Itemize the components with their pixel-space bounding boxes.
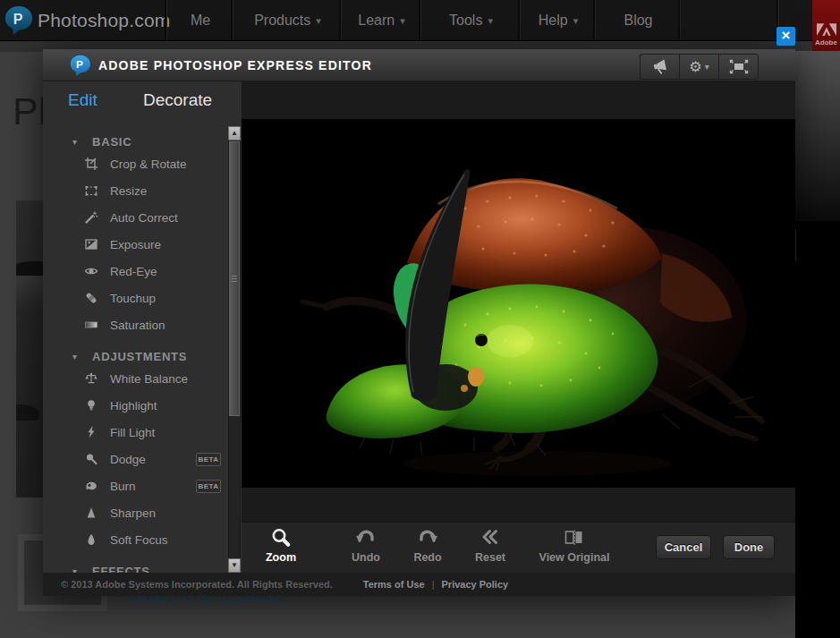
nav-label: Learn [358, 13, 395, 29]
photoshop-logo-icon[interactable]: P [4, 5, 35, 36]
header-button-group: ⚙ ▾ [640, 54, 759, 80]
item-label: Exposure [110, 238, 161, 251]
sidebar-item-white-balance[interactable]: White Balance [43, 365, 226, 392]
button-label: Done [734, 540, 764, 554]
privacy-link[interactable]: Privacy Policy [442, 579, 509, 590]
sidebar-item-resize[interactable]: Resize [43, 177, 226, 204]
eye-icon [84, 264, 98, 278]
tab-edit[interactable]: Edit [68, 90, 98, 110]
exposure-icon [84, 237, 98, 251]
item-label: Resize [110, 184, 147, 198]
lightning-icon [84, 425, 98, 439]
image-canvas[interactable] [242, 119, 795, 488]
pipe-separator: | [432, 579, 435, 590]
brand-wordmark[interactable]: Photoshop.com [38, 10, 171, 31]
tool-label: Redo [396, 551, 459, 564]
editor-dialog: P ADOBE PHOTOSHOP EXPRESS EDITOR ⚙ ▾ [43, 49, 795, 596]
page-hero-gradient [795, 51, 840, 221]
sidebar-item-burn[interactable]: Burn BETA [43, 472, 226, 499]
item-label: Sharpen [110, 506, 156, 520]
sidebar-item-soft-focus[interactable]: Soft Focus [43, 526, 226, 553]
scroll-grip [232, 276, 237, 284]
view-original-tool[interactable]: View Original [525, 525, 624, 570]
item-label: Red-Eye [110, 265, 157, 278]
nav-spacer [680, 0, 779, 40]
tool-label: Zoom [250, 551, 312, 564]
sidebar-item-crop-rotate[interactable]: Crop & Rotate [43, 150, 226, 177]
item-label: Saturation [110, 319, 165, 332]
section-header-effects[interactable]: ▾ EFFECTS [43, 563, 222, 573]
dialog-footer: © 2013 Adobe Systems Incorporated. All R… [43, 573, 795, 596]
sidebar-item-saturation[interactable]: Saturation [43, 311, 226, 338]
sidebar-item-exposure[interactable]: Exposure [43, 231, 226, 258]
saturation-icon [84, 318, 98, 332]
section-header-adjustments[interactable]: ▾ ADJUSTMENTS [43, 348, 222, 364]
editor-toolbar: Zoom Undo Redo Res [242, 522, 795, 573]
close-icon[interactable]: × [776, 27, 795, 46]
magic-wand-icon [84, 210, 98, 225]
redo-tool[interactable]: Redo [396, 525, 459, 570]
sidebar-item-sharpen[interactable]: Sharpen [43, 499, 226, 526]
sidebar-item-auto-correct[interactable]: Auto Correct [43, 204, 226, 231]
feedback-button[interactable] [640, 54, 679, 80]
terms-link[interactable]: Terms of Use [363, 579, 425, 590]
scales-icon [84, 371, 98, 386]
adobe-wordmark: Adobe [815, 38, 837, 47]
fullscreen-icon [729, 59, 749, 74]
caret-down-icon: ▾ [400, 15, 405, 27]
scroll-down-button[interactable]: ▼ [228, 558, 241, 573]
nav-item-me[interactable]: Me [166, 0, 233, 40]
arrow-up-icon: ▲ [231, 129, 238, 137]
cancel-button[interactable]: Cancel [656, 535, 711, 559]
item-label: White Balance [110, 372, 188, 386]
section-title: EFFECTS [92, 565, 150, 574]
scroll-up-button[interactable]: ▲ [228, 126, 241, 140]
caret-down-icon: ▾ [72, 566, 77, 574]
crop-icon [84, 157, 98, 171]
adobe-logo[interactable]: Adobe [812, 0, 840, 51]
megaphone-icon [651, 59, 669, 74]
nav-label: Blog [624, 13, 652, 29]
undo-tool[interactable]: Undo [335, 525, 397, 570]
sidebar-item-highlight[interactable]: Highlight [43, 392, 226, 419]
edit-sidebar: Edit Decorate ▾ BASIC Crop & Rotate [43, 81, 242, 573]
sidebar-scrollbar-thumb[interactable] [229, 141, 240, 416]
item-label: Dodge [110, 453, 146, 466]
tool-label: View Original [525, 551, 624, 564]
nav-label: Help [539, 13, 568, 29]
arrow-down-icon: ▼ [231, 561, 238, 569]
nav-item-help[interactable]: Help ▾ [520, 0, 596, 40]
button-label: Cancel [665, 540, 703, 554]
undo-icon [355, 527, 377, 549]
reset-tool[interactable]: Reset [459, 525, 522, 570]
fullscreen-button[interactable] [718, 54, 759, 80]
section-header-basic[interactable]: ▾ BASIC [43, 133, 222, 149]
bandage-icon [84, 291, 98, 305]
nav-item-blog[interactable]: Blog [595, 0, 681, 40]
svg-text:P: P [76, 58, 83, 70]
sidebar-item-dodge[interactable]: Dodge BETA [43, 446, 226, 472]
page-thumbnail-image [16, 200, 46, 498]
sidebar-item-fill-light[interactable]: Fill Light [43, 419, 226, 446]
caret-down-icon: ▾ [72, 352, 77, 362]
tab-decorate[interactable]: Decorate [143, 90, 212, 110]
zoom-tool[interactable]: Zoom [250, 525, 312, 570]
section-title: BASIC [92, 135, 132, 149]
burn-tool-icon [84, 479, 98, 493]
canvas-image-beetle [242, 119, 795, 488]
nav-item-products[interactable]: Products ▾ [233, 0, 342, 40]
sidebar-item-red-eye[interactable]: Red-Eye [43, 258, 226, 285]
tool-label: Reset [459, 551, 522, 564]
lightbulb-icon [84, 398, 98, 413]
caret-down-icon: ▾ [316, 15, 321, 27]
item-label: Auto Correct [110, 211, 178, 225]
caret-down-icon: ▾ [705, 62, 709, 72]
done-button[interactable]: Done [723, 535, 775, 559]
nav-item-tools[interactable]: Tools ▾ [420, 0, 521, 40]
settings-button[interactable]: ⚙ ▾ [679, 54, 718, 80]
nav-item-learn[interactable]: Learn ▾ [341, 0, 421, 40]
express-logo-icon: P [70, 55, 92, 77]
adobe-a-icon [817, 23, 836, 36]
sidebar-item-touchup[interactable]: Touchup [43, 285, 226, 311]
caret-down-icon: ▾ [72, 137, 77, 147]
